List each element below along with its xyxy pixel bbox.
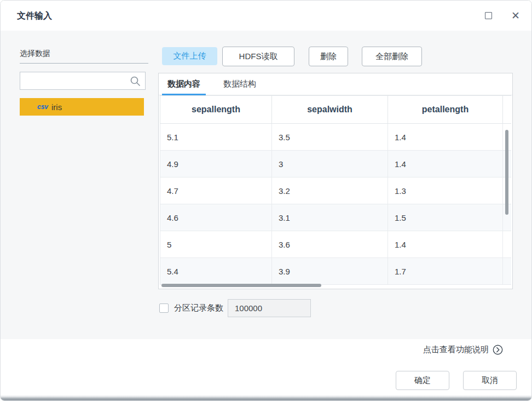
table-cell: 4.9 <box>160 151 272 177</box>
close-icon: ✕ <box>511 9 520 22</box>
table-cell: 3.6 <box>272 231 388 258</box>
column-header: sepallength <box>160 96 272 124</box>
table-cell: 3.5 <box>272 124 388 151</box>
table-row: 5.1 3.5 1.4 <box>160 124 512 151</box>
window-controls: ✕ <box>481 8 523 22</box>
dataset-item-iris[interactable]: csv iris <box>20 98 144 116</box>
table-cell: 3 <box>272 151 388 177</box>
hdfs-read-button[interactable]: HDFS读取 <box>222 47 294 66</box>
tab-data-structure[interactable]: 数据结构 <box>222 73 257 95</box>
dialog-title: 文件输入 <box>17 10 52 22</box>
vertical-scrollbar[interactable] <box>505 130 508 215</box>
file-upload-button[interactable]: 文件上传 <box>162 47 217 65</box>
search-input[interactable] <box>20 72 128 89</box>
partition-row: 分区记录条数 <box>159 299 311 317</box>
tab-data-content[interactable]: 数据内容 <box>166 73 201 95</box>
help-link-label: 点击查看功能说明 <box>423 345 489 355</box>
data-table: sepallength sepalwidth petallength 5.1 3… <box>160 95 511 285</box>
table-cell: 1.7 <box>388 258 503 285</box>
search-icon[interactable] <box>130 76 141 87</box>
table-cell: 4.7 <box>160 177 272 204</box>
table-cell: 3.9 <box>272 258 388 285</box>
close-button[interactable]: ✕ <box>508 8 523 22</box>
partition-checkbox[interactable] <box>159 303 169 313</box>
table-cell: 5.4 <box>160 258 272 285</box>
window-bottom-edge <box>1 395 531 400</box>
partition-count-input[interactable] <box>228 299 311 317</box>
table-cell: 3.1 <box>272 204 388 231</box>
table-cell: 3.2 <box>272 177 388 204</box>
table-cell: 1.4 <box>388 231 503 258</box>
table-cell: 5.1 <box>160 124 272 151</box>
table-cell: 1.3 <box>388 177 503 204</box>
table-row: 4.6 3.1 1.5 <box>160 204 512 231</box>
table-header-row: sepallength sepalwidth petallength <box>160 96 512 124</box>
table-row: 4.7 3.2 1.3 <box>160 177 512 204</box>
help-arrow-icon <box>493 345 503 355</box>
maximize-button[interactable] <box>481 8 495 22</box>
column-header: petallength <box>388 96 503 124</box>
table-cell: 1.5 <box>388 204 503 231</box>
tab-bar: 数据内容 数据结构 <box>159 73 512 95</box>
table-row: 5 3.6 1.4 <box>160 231 512 258</box>
select-data-label: 选择数据 <box>20 49 148 64</box>
title-bar: 文件输入 ✕ <box>1 1 531 31</box>
table-cell: 4.6 <box>160 204 272 231</box>
table-cell: 5 <box>160 231 272 258</box>
column-header: sepalwidth <box>272 96 388 124</box>
column-header-partial <box>503 96 512 124</box>
table-cell <box>503 258 512 285</box>
table-cell: 1.4 <box>388 124 503 151</box>
help-link[interactable]: 点击查看功能说明 <box>423 345 503 355</box>
maximize-icon <box>485 12 492 19</box>
table-cell: 1.4 <box>388 151 503 177</box>
cancel-button[interactable]: 取消 <box>463 371 517 390</box>
delete-button[interactable]: 删除 <box>309 47 348 66</box>
partition-label: 分区记录条数 <box>174 303 223 313</box>
csv-badge: csv <box>37 103 48 111</box>
data-preview-panel: 数据内容 数据结构 sepallength sepalwidth petalle… <box>158 73 513 289</box>
table-row: 4.9 3 1.4 <box>160 151 512 177</box>
table-cell <box>503 231 512 258</box>
dialog-content: 选择数据 csv iris 文件上传 HDFS读取 删除 全部删除 数据内容 数… <box>1 31 531 339</box>
table-row: 5.4 3.9 1.7 <box>160 258 512 285</box>
delete-all-button[interactable]: 全部删除 <box>362 47 422 66</box>
horizontal-scrollbar[interactable] <box>161 284 321 287</box>
file-input-dialog: 文件输入 ✕ 选择数据 csv iris 文件上传 HDFS读取 删除 <box>0 0 532 401</box>
search-box <box>20 72 146 90</box>
ok-button[interactable]: 确定 <box>396 371 449 390</box>
dataset-name: iris <box>51 102 62 112</box>
dialog-footer: 点击查看功能说明 确定 取消 <box>1 339 531 396</box>
